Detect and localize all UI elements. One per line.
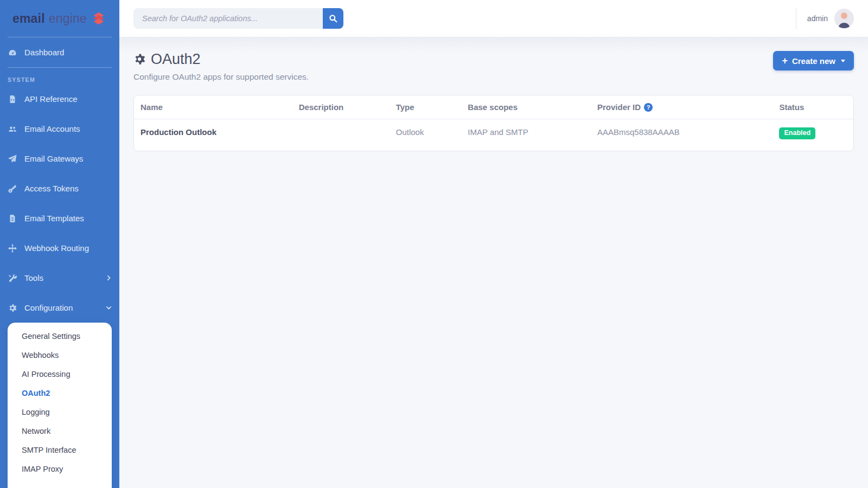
caret-down-icon — [841, 60, 845, 62]
username-label: admin — [807, 14, 828, 23]
column-header-description: Description — [292, 95, 390, 119]
sidebar-item-label: Webhook Routing — [24, 243, 89, 253]
sidebar-item-label: Email Templates — [24, 214, 84, 223]
sidebar-item-configuration[interactable]: Configuration — [0, 293, 119, 323]
status-badge: Enabled — [779, 127, 815, 139]
sidebar-section-label: System — [0, 68, 119, 84]
create-new-button[interactable]: + Create new — [773, 51, 854, 70]
sidebar-item-label: Access Tokens — [24, 184, 79, 193]
column-header-name: Name — [134, 95, 292, 119]
page-header: OAuth2 Configure OAuth2 apps for support… — [133, 51, 854, 82]
sidebar-item-email-gateways[interactable]: Email Gateways — [0, 144, 119, 174]
submenu-item-webhooks[interactable]: Webhooks — [8, 346, 112, 365]
sidebar: emailengine Dashboard System API Referen… — [0, 0, 119, 488]
user-avatar[interactable] — [834, 9, 854, 28]
oauth2-apps-table-card: Name Description Type Base scopes Provid… — [133, 95, 854, 151]
sidebar-item-email-templates[interactable]: Email Templates — [0, 203, 119, 233]
search-button[interactable] — [323, 8, 343, 29]
search-form — [133, 8, 343, 29]
sidebar-item-label: Email Accounts — [24, 124, 80, 133]
brand-logo[interactable]: emailengine — [0, 0, 119, 37]
sidebar-item-api-reference[interactable]: API Reference — [0, 84, 119, 114]
oauth2-apps-table: Name Description Type Base scopes Provid… — [134, 95, 853, 151]
tools-icon — [8, 274, 17, 282]
cell-name[interactable]: Production Outlook — [134, 119, 292, 151]
gear-icon — [133, 53, 145, 65]
avatar-body — [838, 23, 850, 28]
sidebar-item-label: Dashboard — [24, 48, 64, 57]
cell-type: Outlook — [390, 119, 462, 151]
chevron-down-icon — [106, 305, 112, 311]
topbar-user-area: admin — [796, 8, 854, 29]
submenu-item-imap-proxy[interactable]: IMAP Proxy — [8, 460, 112, 479]
file-icon — [8, 214, 17, 223]
create-new-label: Create new — [792, 56, 835, 66]
configuration-submenu: General Settings Webhooks AI Processing … — [8, 323, 112, 488]
sidebar-item-label: Email Gateways — [24, 154, 83, 163]
chevron-right-icon — [106, 275, 112, 281]
key-icon — [8, 184, 17, 193]
cell-status: Enabled — [773, 119, 853, 151]
plus-icon: + — [782, 56, 788, 66]
gear-icon — [8, 304, 17, 312]
submenu-item-logging[interactable]: Logging — [8, 403, 112, 422]
brand-name-light: engine — [49, 11, 87, 26]
help-icon[interactable]: ? — [644, 103, 653, 112]
submenu-item-ai-processing[interactable]: AI Processing — [8, 365, 112, 384]
avatar-head — [841, 12, 847, 19]
users-icon — [8, 125, 17, 133]
page-subtitle: Configure OAuth2 apps for supported serv… — [133, 72, 309, 82]
sidebar-item-tools[interactable]: Tools — [0, 263, 119, 293]
submenu-item-general-settings[interactable]: General Settings — [8, 327, 112, 346]
page-heading-block: OAuth2 Configure OAuth2 apps for support… — [133, 51, 309, 82]
tachometer-icon — [8, 48, 17, 57]
arrows-icon — [8, 244, 17, 253]
emailengine-logo-icon — [91, 10, 107, 27]
topbar-divider — [796, 8, 796, 29]
sidebar-item-label: Configuration — [24, 303, 73, 312]
table-row[interactable]: Production Outlook Outlook IMAP and SMTP… — [134, 119, 853, 151]
sidebar-item-dashboard[interactable]: Dashboard — [0, 37, 119, 67]
sidebar-item-access-tokens[interactable]: Access Tokens — [0, 174, 119, 203]
column-header-provider-id-label: Provider ID — [597, 102, 641, 112]
column-header-provider-id: Provider ID? — [591, 95, 773, 119]
file-code-icon — [8, 95, 17, 104]
brand-name-bold: email — [12, 11, 45, 26]
page-title: OAuth2 — [151, 51, 201, 67]
search-input[interactable] — [133, 8, 323, 29]
topbar: admin — [119, 0, 868, 37]
sidebar-item-label: Tools — [24, 273, 43, 282]
submenu-item-network[interactable]: Network — [8, 422, 112, 441]
sidebar-item-email-accounts[interactable]: Email Accounts — [0, 114, 119, 144]
paper-plane-icon — [8, 155, 17, 163]
table-header-row: Name Description Type Base scopes Provid… — [134, 95, 853, 119]
submenu-item-oauth2[interactable]: OAuth2 — [8, 384, 112, 403]
sidebar-item-webhook-routing[interactable]: Webhook Routing — [0, 233, 119, 263]
cell-provider-id: AAABmsq5838AAAAB — [591, 119, 773, 151]
main-area: admin OAuth2 Configure OAuth2 apps for s… — [119, 0, 868, 488]
search-icon — [329, 14, 337, 23]
column-header-type: Type — [390, 95, 462, 119]
submenu-item-smtp-interface[interactable]: SMTP Interface — [8, 441, 112, 460]
column-header-base-scopes: Base scopes — [461, 95, 591, 119]
cell-base-scopes: IMAP and SMTP — [461, 119, 591, 151]
sidebar-item-label: API Reference — [24, 94, 78, 104]
cell-description — [292, 119, 390, 151]
column-header-status: Status — [773, 95, 853, 119]
title-row: OAuth2 — [133, 51, 309, 67]
content: OAuth2 Configure OAuth2 apps for support… — [119, 37, 868, 488]
